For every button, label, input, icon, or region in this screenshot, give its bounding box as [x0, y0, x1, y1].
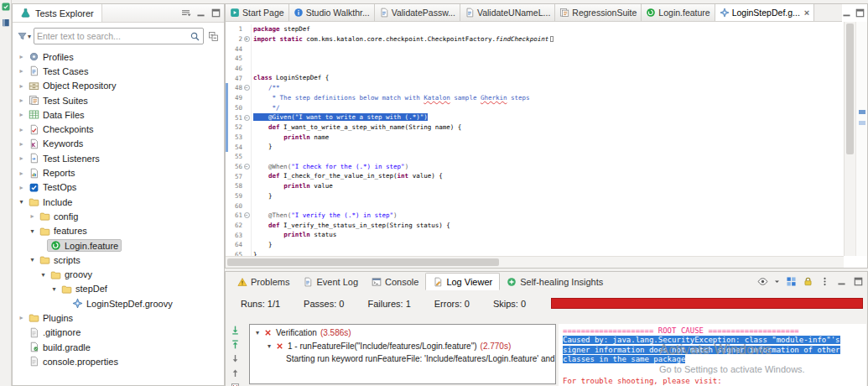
code-line-2[interactable]: import static com.kms.katalon.core.check… — [253, 34, 844, 44]
minimize-bottom-icon[interactable] — [835, 275, 848, 288]
tree-item-stepdef[interactable]: ▾stepDef — [13, 282, 224, 296]
editor-tab-login-feature[interactable]: Login.feature — [642, 4, 715, 21]
code-line-64[interactable]: } — [253, 240, 844, 250]
chevron-down-icon[interactable]: ▾ — [17, 198, 26, 206]
editor-tab-studio-walkthr[interactable]: Studio Walkthr... — [289, 4, 375, 21]
minimize-panel-icon[interactable] — [194, 7, 207, 20]
tree-item-object-repository[interactable]: ▸Object Repository — [13, 79, 224, 93]
tree-item-gitignore[interactable]: .gitignore — [13, 326, 224, 340]
eye-dropdown-caret-icon[interactable] — [773, 275, 781, 288]
overview-marker[interactable] — [859, 110, 865, 114]
bottom-tab-problems[interactable]: Problems — [231, 273, 296, 290]
overview-ruler[interactable] — [855, 22, 867, 256]
tree-item-testops[interactable]: ▸TestOps — [13, 180, 224, 195]
close-tab-icon[interactable]: × — [804, 8, 809, 18]
code-line-52[interactable]: def I_want_to_write_a_step_with_name(Str… — [253, 123, 844, 133]
tree-item-scripts[interactable]: ▾scripts — [13, 253, 224, 267]
grid-view-icon[interactable] — [785, 275, 798, 288]
tests-explorer-minimized-icon[interactable] — [1, 2, 11, 12]
code-line-45[interactable] — [253, 54, 844, 64]
tree-item-test-cases[interactable]: ▸Test Cases — [13, 64, 224, 78]
code-line-49[interactable]: * The step definitions below match with … — [253, 93, 844, 103]
result-tree-row[interactable]: ▾Verification(3.586s) — [250, 326, 555, 340]
code-line-63[interactable]: println status — [253, 230, 844, 240]
help-book-icon[interactable] — [1, 18, 11, 28]
editor-tab-validatepassw[interactable]: ValidatePassw... — [375, 4, 460, 21]
editor-tab-validateunamel[interactable]: ValidateUNameL... — [460, 4, 555, 21]
code-line-46[interactable] — [253, 64, 844, 74]
hscroll-thumb[interactable] — [227, 258, 499, 266]
tree-item-config[interactable]: ▸config — [13, 209, 224, 223]
tree-item-test-listeners[interactable]: ▸Test Listeners — [13, 151, 224, 165]
fold-marker-icon[interactable]: − — [244, 85, 250, 91]
tree-item-plugins[interactable]: ▸Plugins — [13, 310, 224, 325]
code-editor[interactable]: 12+4445464748−495051−5253545556−57585960… — [226, 22, 867, 268]
code-line-47[interactable]: class LoginStepDef { — [253, 73, 844, 83]
chevron-down-icon[interactable]: ▾ — [28, 256, 37, 263]
tree-item-data-files[interactable]: ▸Data Files — [13, 107, 224, 122]
next-failure-icon[interactable] — [229, 324, 241, 336]
bottom-tab-self-healing-insights[interactable]: Self-healing Insights — [500, 273, 610, 290]
maximize-editor-icon[interactable] — [854, 7, 865, 18]
search-input[interactable] — [37, 31, 190, 41]
tests-explorer-tab[interactable]: Tests Explorer — [13, 4, 102, 22]
chevron-right-icon[interactable]: ▸ — [17, 96, 26, 104]
tree-item-keywords[interactable]: ▸Keywords — [13, 137, 224, 151]
code-line-51[interactable]: @Given("I want to write a step with (.*)… — [253, 112, 844, 123]
chevron-right-icon[interactable]: ▸ — [17, 111, 26, 118]
previous-failure-icon[interactable] — [229, 338, 241, 350]
chevron-right-icon[interactable]: ▸ — [17, 82, 26, 90]
tree-item-checkpoints[interactable]: ▸Checkpoints — [13, 122, 224, 136]
code-line-65[interactable]: } — [253, 250, 844, 256]
clear-log-icon[interactable] — [229, 381, 241, 386]
code-line-50[interactable]: */ — [253, 103, 844, 113]
chevron-down-icon[interactable]: ▾ — [28, 227, 37, 235]
chevron-right-icon[interactable]: ▸ — [17, 314, 26, 321]
tree-item-include[interactable]: ▾Include — [13, 195, 224, 209]
fold-marker-icon[interactable]: − — [244, 115, 250, 121]
tree-item-console-properties[interactable]: console.properties — [13, 354, 224, 368]
next-log-icon[interactable] — [229, 352, 241, 364]
fold-marker-icon[interactable]: − — [244, 164, 250, 170]
tree-item-groovy[interactable]: ▾groovy — [13, 267, 224, 281]
editor-horizontal-scrollbar[interactable] — [226, 256, 844, 268]
tree-item-profiles[interactable]: ▸Profiles — [13, 50, 224, 64]
bottom-tab-log-viewer[interactable]: Log Viewer — [425, 273, 500, 290]
search-icon[interactable] — [190, 31, 200, 42]
chevron-right-icon[interactable]: ▸ — [17, 140, 26, 148]
chevron-down-icon[interactable]: ▾ — [252, 329, 262, 336]
scroll-lock-icon[interactable] — [802, 275, 814, 288]
bottom-tab-event-log[interactable]: Event Log — [296, 273, 365, 290]
chevron-down-icon[interactable]: ▾ — [264, 342, 274, 350]
code-line-1[interactable]: package stepDef — [253, 24, 844, 34]
editor-vertical-scrollbar[interactable] — [844, 22, 855, 256]
overview-marker[interactable] — [859, 121, 865, 125]
chevron-right-icon[interactable]: ▸ — [17, 170, 26, 177]
filter-dropdown[interactable]: ▾ — [17, 31, 31, 42]
code-line-60[interactable] — [253, 201, 844, 211]
view-menu-icon[interactable] — [179, 7, 192, 20]
view-menu-kebab-icon[interactable] — [819, 275, 831, 288]
tree-item-test-suites[interactable]: ▸Test Suites — [13, 93, 224, 107]
code-line-62[interactable]: def I_verify_the_status_in_step(String s… — [253, 221, 844, 231]
minimize-editor-icon[interactable] — [840, 7, 852, 18]
tree-item-reports[interactable]: ▸Reports — [13, 165, 224, 180]
tree-item-build-gradle[interactable]: build.gradle — [13, 340, 224, 354]
chevron-down-icon[interactable]: ▾ — [49, 285, 59, 293]
code-line-58[interactable]: println value — [253, 181, 844, 191]
chevron-right-icon[interactable]: ▸ — [17, 67, 26, 75]
code-line-53[interactable]: println name — [253, 133, 844, 143]
chevron-right-icon[interactable]: ▸ — [17, 154, 26, 162]
code-line-48[interactable]: /** — [253, 83, 844, 93]
fold-marker-icon[interactable]: + — [244, 36, 250, 42]
code-line-44[interactable] — [253, 44, 844, 54]
previous-log-icon[interactable] — [229, 367, 241, 378]
chevron-right-icon[interactable]: ▸ — [17, 53, 26, 60]
collapse-all-icon[interactable] — [206, 29, 220, 43]
code-line-54[interactable]: } — [253, 142, 844, 152]
editor-tab-regressionsuite[interactable]: RegressionSuite — [555, 4, 642, 21]
bottom-tab-console[interactable]: Console — [365, 273, 425, 290]
collapsed-region-icon[interactable] — [550, 36, 554, 42]
code-line-59[interactable]: } — [253, 191, 844, 201]
code-line-56[interactable]: @When("I check for the (.*) in step") — [253, 162, 844, 172]
